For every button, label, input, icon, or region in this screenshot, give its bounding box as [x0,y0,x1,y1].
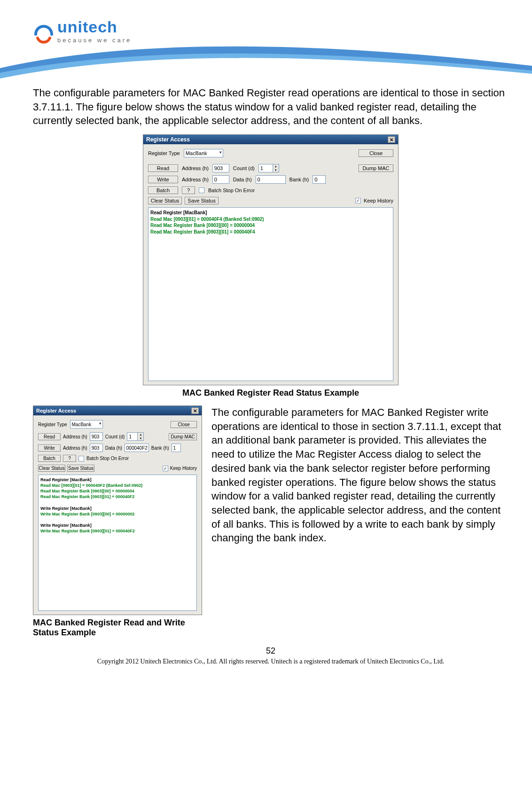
keep-history-label: Keep History [364,198,393,203]
dump-mac-button[interactable]: Dump MAC [169,433,197,440]
count-label: Count (d) [105,434,125,439]
read-button[interactable]: Read [148,164,178,172]
brand-logo: unitech because we care [33,19,509,44]
close-button[interactable]: Close [359,149,393,157]
batch-stop-label: Batch Stop On Error [86,456,129,461]
paragraph-2: The configurable parameters for MAC Bank… [211,406,509,545]
batch-button[interactable]: Batch [148,187,178,194]
keep-history-checkbox[interactable]: ✓ [163,466,168,471]
save-status-button[interactable]: Save Status [185,197,219,204]
brand-name: unitech [57,19,132,35]
status-area[interactable]: Read Register [MacBank] Read Mac [0903][… [148,207,393,381]
data-input[interactable]: 000040F2 [125,444,149,452]
close-icon[interactable]: ✕ [191,407,199,414]
logo-icon [33,22,55,44]
batch-file-button[interactable]: ? [63,455,76,462]
batch-stop-label: Batch Stop On Error [208,187,255,193]
keep-history-label: Keep History [170,466,197,471]
register-type-label: Register Type [38,422,67,427]
count-label: Count (d) [233,165,255,171]
data-label: Data (h) [233,177,252,182]
address-label-read: Address (h) [63,434,87,439]
keep-history-checkbox[interactable]: ✓ [355,198,361,203]
write-button[interactable]: Write [148,176,178,183]
figure-caption-1: MAC Banked Register Read Status Example [33,388,509,398]
register-access-dialog-1: Register Access ✕ Register Type MacBank … [143,134,399,385]
batch-stop-checkbox[interactable] [78,456,84,461]
clear-status-button[interactable]: Clear Status [148,197,182,204]
dialog-title: Register Access [146,136,190,143]
header-swoosh [0,40,532,82]
status-area[interactable]: Read Register [MacBank] Read Mac [0903][… [38,475,197,611]
paragraph-1: The configurable parameters for MAC Bank… [33,86,509,128]
data-label: Data (h) [105,445,122,451]
bank-input[interactable]: 0 [313,175,326,184]
count-spinner[interactable]: 1 ▲▼ [258,164,279,172]
bank-label: Bank (h) [151,445,169,451]
address-input-write[interactable]: 903 [90,444,103,452]
brand-tagline: because we care [57,37,132,44]
count-spinner[interactable]: 1▲▼ [127,432,144,441]
clear-status-button[interactable]: Clear Status [38,465,65,472]
data-input[interactable]: 0 [256,175,286,184]
address-input-read[interactable]: 903 [90,432,103,441]
address-input-write[interactable]: 0 [212,175,229,184]
address-label-write: Address (h) [182,177,209,182]
address-label-write: Address (h) [63,445,87,451]
batch-stop-checkbox[interactable] [199,187,204,193]
figure-caption-2: MAC Banked Register Read and Write Statu… [33,618,202,638]
address-input-read[interactable]: 903 [212,164,229,172]
close-button[interactable]: Close [171,421,197,428]
batch-button[interactable]: Batch [38,455,61,462]
dump-mac-button[interactable]: Dump MAC [359,164,393,172]
address-label-read: Address (h) [182,165,209,171]
register-type-select[interactable]: MacBank [184,149,223,157]
copyright: Copyright 2012 Unitech Electronics Co., … [33,658,509,665]
register-access-dialog-2: Register Access ✕ Register Type MacBank … [33,406,202,615]
bank-input[interactable]: 1 [172,444,181,452]
close-icon[interactable]: ✕ [388,136,395,143]
register-type-label: Register Type [148,150,180,156]
register-type-select[interactable]: MacBank [70,420,103,429]
save-status-button[interactable]: Save Status [67,465,94,472]
read-button[interactable]: Read [38,433,61,440]
bank-label: Bank (h) [289,177,309,182]
write-button[interactable]: Write [38,445,61,452]
page-number: 52 [33,646,509,656]
dialog-title: Register Access [36,408,76,414]
batch-file-button[interactable]: ? [182,187,195,194]
